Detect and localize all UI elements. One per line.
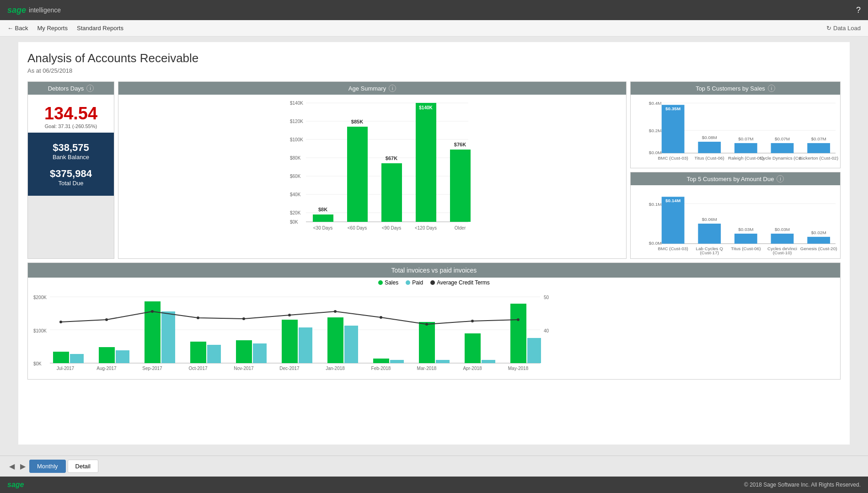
svg-text:(Cust-10): (Cust-10) xyxy=(773,250,792,255)
svg-rect-40 xyxy=(698,142,721,153)
debtors-info-icon[interactable]: i xyxy=(86,85,94,92)
age-summary-header: Age Summary i xyxy=(118,82,626,95)
svg-point-123 xyxy=(471,320,474,322)
svg-text:Titus (Cust-06): Titus (Cust-06) xyxy=(731,246,761,251)
page-title: Analysis of Accounts Receivable xyxy=(27,51,841,65)
paid-legend-dot xyxy=(406,280,410,285)
bank-balance-value: $38,575 xyxy=(32,142,109,154)
svg-rect-66 xyxy=(771,234,794,244)
svg-text:$140K: $140K xyxy=(290,101,303,106)
svg-text:Cycle Dynamics (Cu...: Cycle Dynamics (Cu... xyxy=(760,155,804,161)
svg-text:Jul-2017: Jul-2017 xyxy=(57,366,75,371)
help-icon[interactable]: ? xyxy=(856,5,861,15)
svg-text:$76K: $76K xyxy=(454,142,466,147)
top-nav: sage intelligence ? xyxy=(0,0,868,20)
total-due-value: $375,984 xyxy=(32,168,109,180)
svg-text:Aug-2017: Aug-2017 xyxy=(96,366,117,371)
svg-text:$0.06M: $0.06M xyxy=(702,217,717,222)
svg-rect-88 xyxy=(161,311,175,363)
svg-text:$0.08M: $0.08M xyxy=(702,135,717,140)
svg-rect-100 xyxy=(344,326,358,363)
sales-legend-dot xyxy=(378,280,383,285)
debtors-days-panel: Debtors Days i 134.54 Goal: 37.31 (-260.… xyxy=(27,81,114,259)
svg-text:$0K: $0K xyxy=(290,220,298,225)
svg-rect-37 xyxy=(662,105,685,153)
svg-point-116 xyxy=(151,310,154,313)
svg-rect-91 xyxy=(207,345,221,363)
svg-rect-59 xyxy=(698,224,721,244)
svg-rect-97 xyxy=(299,327,312,363)
svg-text:$60K: $60K xyxy=(290,174,301,179)
top5-column: Top 5 Customers by Sales i $0.4M $0.2M $… xyxy=(630,81,841,259)
top5-sales-chart: $0.4M $0.2M $0.0M $0.35M BMC (Cust-03) $… xyxy=(631,95,840,168)
paid-legend-label: Paid xyxy=(412,279,423,286)
svg-point-115 xyxy=(105,318,108,321)
svg-text:Sep-2017: Sep-2017 xyxy=(142,366,162,371)
legend-avg: Average Credit Terms xyxy=(430,279,490,286)
svg-rect-25 xyxy=(416,103,436,222)
svg-text:Titus (Cust-06): Titus (Cust-06) xyxy=(695,155,724,161)
svg-rect-28 xyxy=(450,150,471,222)
logo-product: intelligence xyxy=(29,6,61,14)
svg-rect-102 xyxy=(373,359,389,363)
page-date: As at 06/25/2018 xyxy=(27,67,841,74)
data-load-button[interactable]: ↻ Data Load xyxy=(826,25,861,32)
sales-legend-label: Sales xyxy=(385,279,398,286)
my-reports-link[interactable]: My Reports xyxy=(38,25,68,32)
svg-text:Apr-2018: Apr-2018 xyxy=(463,366,482,371)
legend-sales: Sales xyxy=(378,279,398,286)
svg-point-118 xyxy=(242,317,245,320)
svg-text:$0.0M: $0.0M xyxy=(649,241,662,246)
top5-amount-chart: $0.1M $0.0M $0.14M BMC (Cust-03) $0.06M … xyxy=(631,185,840,258)
debtors-goal: Goal: 37.31 (-260.55%) xyxy=(28,123,114,133)
legend-paid: Paid xyxy=(406,279,423,286)
svg-text:(Cust-17): (Cust-17) xyxy=(700,250,719,255)
svg-text:May-2018: May-2018 xyxy=(508,366,529,371)
svg-rect-70 xyxy=(807,237,830,244)
svg-rect-105 xyxy=(419,322,435,363)
svg-point-121 xyxy=(380,316,382,319)
svg-rect-22 xyxy=(381,163,402,222)
debtors-bottom: $38,575 Bank Balance $375,984 Total Due xyxy=(28,133,114,196)
svg-text:Raleigh (Cust-05): Raleigh (Cust-05) xyxy=(728,155,764,161)
standard-reports-link[interactable]: Standard Reports xyxy=(77,25,123,32)
invoices-chart-header: Total invoices vs paid invoices xyxy=(28,263,840,278)
top5-sales-info-icon[interactable]: i xyxy=(768,85,775,92)
svg-text:Older: Older xyxy=(455,225,466,230)
svg-rect-43 xyxy=(734,143,757,153)
svg-rect-56 xyxy=(662,197,685,244)
svg-rect-63 xyxy=(734,234,757,244)
svg-text:$0.07M: $0.07M xyxy=(775,136,790,141)
svg-text:Bickerton (Cust-02): Bickerton (Cust-02) xyxy=(799,155,838,161)
svg-text:$0.07M: $0.07M xyxy=(811,136,826,141)
svg-rect-93 xyxy=(236,340,252,363)
top5-sales-panel: Top 5 Customers by Sales i $0.4M $0.2M $… xyxy=(630,81,841,168)
svg-point-117 xyxy=(197,316,199,319)
svg-rect-112 xyxy=(527,338,541,363)
svg-text:40: 40 xyxy=(544,328,549,333)
svg-rect-46 xyxy=(771,143,794,153)
svg-rect-111 xyxy=(510,304,526,363)
svg-text:$0.14M: $0.14M xyxy=(665,198,680,203)
top5-amount-header: Top 5 Customers by Amount Due i xyxy=(631,172,840,185)
svg-text:Dec-2017: Dec-2017 xyxy=(279,366,300,371)
svg-rect-94 xyxy=(253,343,267,363)
svg-rect-103 xyxy=(390,360,404,363)
svg-point-119 xyxy=(288,314,291,316)
svg-text:BMC (Cust-03): BMC (Cust-03) xyxy=(658,155,688,161)
svg-point-122 xyxy=(425,323,428,326)
svg-rect-16 xyxy=(313,214,333,222)
svg-text:$200K: $200K xyxy=(33,295,47,300)
svg-text:<120 Days: <120 Days xyxy=(415,225,437,230)
svg-text:$0.1M: $0.1M xyxy=(649,202,662,207)
svg-text:Feb-2018: Feb-2018 xyxy=(371,366,391,371)
top5-amount-info-icon[interactable]: i xyxy=(777,175,784,182)
svg-text:$0.03M: $0.03M xyxy=(775,227,790,232)
svg-text:BMC (Cust-03): BMC (Cust-03) xyxy=(658,246,688,251)
back-button[interactable]: ← Back xyxy=(7,25,28,32)
age-summary-info-icon[interactable]: i xyxy=(389,85,396,92)
svg-text:Jan-2018: Jan-2018 xyxy=(326,366,345,371)
age-summary-chart: $140K $120K $100K $80K $60K $40K $20K $0… xyxy=(118,95,626,250)
main-content: Analysis of Accounts Receivable As at 06… xyxy=(18,42,850,445)
debtors-days-header: Debtors Days i xyxy=(28,82,114,95)
